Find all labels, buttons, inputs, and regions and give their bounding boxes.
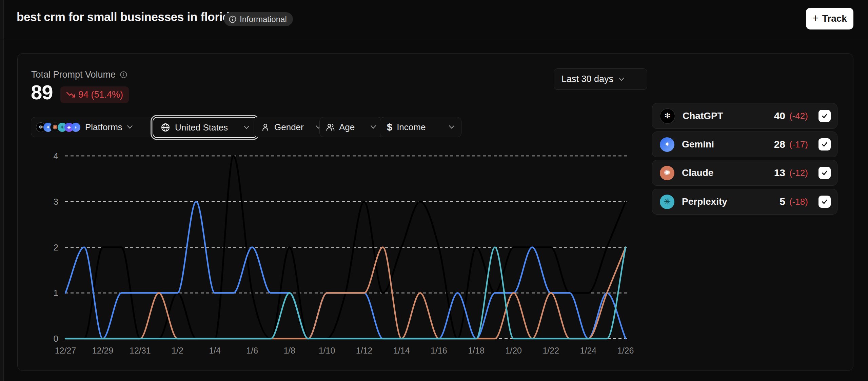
globe-icon xyxy=(161,123,170,132)
svg-text:1/12: 1/12 xyxy=(356,346,373,355)
info-icon[interactable] xyxy=(120,71,127,79)
intent-badge: Informational xyxy=(224,12,293,26)
svg-text:1/6: 1/6 xyxy=(246,346,258,355)
legend-delta: (-42) xyxy=(789,111,818,121)
legend-name: Claude xyxy=(682,167,713,178)
svg-text:1/26: 1/26 xyxy=(617,346,634,355)
age-filter[interactable]: Age xyxy=(319,117,382,137)
sidebar-edge xyxy=(0,0,3,381)
intent-badge-label: Informational xyxy=(240,15,287,24)
check-icon xyxy=(821,141,828,148)
svg-text:3: 3 xyxy=(54,197,58,207)
dashboard: best crm for small businesses in florida… xyxy=(0,0,868,381)
legend-value: 13 xyxy=(774,167,785,179)
income-filter-label: Income xyxy=(397,122,426,133)
person-icon xyxy=(261,123,270,132)
chevron-down-icon xyxy=(619,78,624,81)
legend-row-claude[interactable]: ✺ Claude 13 (-12) xyxy=(652,160,837,186)
perplexity-icon: ✳ xyxy=(660,195,674,209)
svg-text:1/14: 1/14 xyxy=(393,346,410,355)
deepseek-icon: ◗ xyxy=(71,123,80,132)
plus-icon: + xyxy=(812,12,819,24)
legend-delta: (-12) xyxy=(789,168,818,178)
legend-checkbox[interactable] xyxy=(818,138,831,151)
track-button[interactable]: + Track xyxy=(806,8,853,29)
metric-label-row: Total Prompt Volume xyxy=(31,69,127,80)
age-filter-label: Age xyxy=(339,122,355,133)
legend-value: 40 xyxy=(774,110,785,122)
legend-name: Gemini xyxy=(682,139,714,150)
gemini-icon: ✦ xyxy=(660,137,674,152)
legend-delta: (-18) xyxy=(789,197,818,207)
geo-filter[interactable]: United States xyxy=(153,117,257,138)
geo-filter-label: United States xyxy=(175,122,228,133)
legend-checkbox[interactable] xyxy=(818,110,831,122)
svg-text:1/18: 1/18 xyxy=(468,346,485,355)
svg-text:0: 0 xyxy=(54,334,58,344)
svg-text:12/29: 12/29 xyxy=(92,346,114,355)
svg-text:12/31: 12/31 xyxy=(130,346,151,355)
header-divider xyxy=(0,39,868,39)
legend-name: Perplexity xyxy=(682,196,727,207)
chevron-down-icon xyxy=(244,126,249,129)
chevron-down-icon xyxy=(449,125,454,129)
legend-row-perplexity[interactable]: ✳ Perplexity 5 (-18) xyxy=(652,189,837,215)
check-icon xyxy=(821,112,828,120)
svg-text:2: 2 xyxy=(54,242,58,253)
legend-delta: (-17) xyxy=(789,139,818,150)
info-icon xyxy=(229,15,237,23)
legend-value: 28 xyxy=(774,139,785,150)
claude-icon: ✺ xyxy=(660,166,674,180)
line-chart-svg: 0123412/2712/2912/311/21/41/61/81/101/12… xyxy=(47,146,651,366)
sidebar-divider xyxy=(3,0,4,381)
dollar-icon: $ xyxy=(387,122,392,133)
page-title: best crm for small businesses in florida xyxy=(17,10,236,24)
legend-checkbox[interactable] xyxy=(818,167,831,179)
income-filter[interactable]: $ Income xyxy=(380,117,461,137)
svg-text:12/27: 12/27 xyxy=(55,346,76,355)
volume-chart: 0123412/2712/2912/311/21/41/61/81/101/12… xyxy=(47,146,651,366)
metric-label: Total Prompt Volume xyxy=(31,69,116,80)
gender-filter-label: Gender xyxy=(274,122,304,133)
svg-text:4: 4 xyxy=(54,151,58,161)
legend-checkbox[interactable] xyxy=(818,196,831,208)
trending-down-icon xyxy=(66,90,75,99)
check-icon xyxy=(821,198,828,205)
people-icon xyxy=(326,123,335,132)
legend-value: 5 xyxy=(780,196,785,207)
svg-text:1: 1 xyxy=(54,288,58,298)
track-button-label: Track xyxy=(822,13,847,24)
svg-text:1/8: 1/8 xyxy=(283,346,295,355)
date-range-value: Last 30 days xyxy=(561,74,613,84)
openai-icon: ✻ xyxy=(660,108,675,124)
svg-text:1/24: 1/24 xyxy=(580,346,597,355)
chevron-down-icon xyxy=(127,125,133,129)
chevron-down-icon xyxy=(371,125,376,129)
platforms-filter[interactable]: ✻ ✦ ✺ ✳ ◈ ◗ Platforms xyxy=(31,117,155,137)
metric-delta-text: 94 (51.4%) xyxy=(78,89,123,100)
date-range-select[interactable]: Last 30 days xyxy=(554,68,647,90)
legend-row-chatgpt[interactable]: ✻ ChatGPT 40 (-42) xyxy=(652,103,837,129)
gender-filter[interactable]: Gender xyxy=(254,117,328,137)
svg-text:1/10: 1/10 xyxy=(319,346,335,355)
svg-text:1/20: 1/20 xyxy=(505,346,522,355)
svg-text:1/2: 1/2 xyxy=(172,346,183,355)
svg-text:1/22: 1/22 xyxy=(542,346,559,355)
legend-name: ChatGPT xyxy=(683,111,723,121)
platforms-filter-label: Platforms xyxy=(85,122,122,133)
svg-text:1/4: 1/4 xyxy=(209,346,221,355)
metric-delta-badge: 94 (51.4%) xyxy=(60,86,129,103)
legend-row-gemini[interactable]: ✦ Gemini 28 (-17) xyxy=(652,132,837,157)
check-icon xyxy=(821,169,828,177)
svg-text:1/16: 1/16 xyxy=(431,346,447,355)
metric-value: 89 xyxy=(31,81,53,104)
